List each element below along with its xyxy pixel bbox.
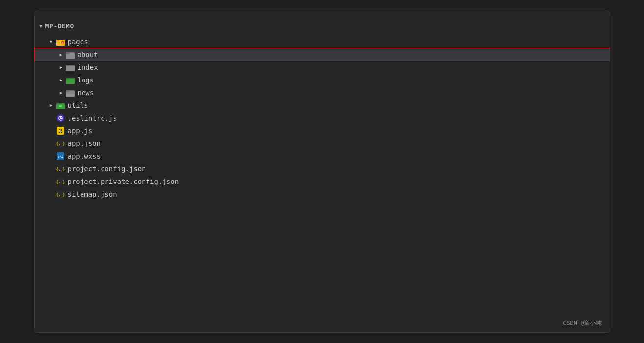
svg-rect-12 xyxy=(66,79,75,84)
project-title-label: MP-DEMO xyxy=(45,22,74,30)
sitemapjson-icon: {..} xyxy=(56,190,65,199)
watermark: CSDN @童小纯 xyxy=(563,319,602,327)
svg-point-24 xyxy=(60,117,62,119)
svg-rect-13 xyxy=(66,78,69,79)
file-tree: ▼ MP-DEMO ⚙ pages xyxy=(35,19,610,201)
svg-text:{..}: {..} xyxy=(56,180,65,184)
svg-rect-20 xyxy=(59,105,62,106)
svg-rect-9 xyxy=(66,66,75,71)
projectprivateconfigjson-icon: {..} xyxy=(56,177,65,186)
appwxss-icon: CSS xyxy=(56,152,65,161)
eslintrc-icon xyxy=(56,114,65,122)
appjson-icon: {..} xyxy=(56,139,65,148)
news-label: news xyxy=(78,89,94,97)
index-arrow xyxy=(57,63,65,71)
tree-item-utils[interactable]: utils xyxy=(35,99,610,112)
tree-item-appjs[interactable]: JS app.js xyxy=(35,124,610,137)
tree-item-eslintrc[interactable]: .eslintrc.js xyxy=(35,112,610,124)
tree-item-projectconfigjson[interactable]: {..} project.config.json xyxy=(35,162,610,175)
tree-item-sitemapjson[interactable]: {..} sitemap.json xyxy=(35,188,610,201)
svg-text:{..}: {..} xyxy=(56,142,65,146)
root-arrow: ▼ xyxy=(40,24,42,29)
project-root[interactable]: ▼ MP-DEMO xyxy=(35,19,610,34)
eslintrc-label: .eslintrc.js xyxy=(68,114,117,122)
index-folder-icon xyxy=(66,63,75,72)
tree-item-projectprivateconfigjson[interactable]: {..} project.private.config.json xyxy=(35,175,610,188)
utils-label: utils xyxy=(68,101,88,109)
pages-label: pages xyxy=(68,38,88,46)
utils-folder-icon xyxy=(56,101,65,110)
appwxss-label: app.wxss xyxy=(68,152,101,160)
tree-item-appjson[interactable]: {..} app.json xyxy=(35,137,610,150)
tree-item-about[interactable]: about xyxy=(35,48,610,61)
sitemapjson-label: sitemap.json xyxy=(68,190,117,198)
news-arrow xyxy=(57,89,65,97)
svg-text:{..}: {..} xyxy=(56,193,65,197)
svg-text:{..}: {..} xyxy=(56,167,65,172)
news-folder-icon xyxy=(66,88,75,97)
tree-item-pages[interactable]: ⚙ pages xyxy=(35,36,610,48)
about-folder-icon xyxy=(66,50,75,59)
index-label: index xyxy=(78,63,98,71)
svg-text:CSS: CSS xyxy=(57,155,63,159)
projectconfigjson-icon: {..} xyxy=(56,164,65,173)
logs-folder-icon xyxy=(66,76,75,84)
about-arrow xyxy=(57,51,65,59)
svg-rect-10 xyxy=(66,65,69,66)
svg-rect-16 xyxy=(66,90,69,92)
svg-text:⚙: ⚙ xyxy=(62,41,63,44)
svg-text:JS: JS xyxy=(58,129,63,134)
pages-arrow xyxy=(47,38,55,46)
logs-label: logs xyxy=(78,76,94,84)
logs-arrow xyxy=(57,76,65,84)
file-explorer-window: ▼ MP-DEMO ⚙ pages xyxy=(34,11,610,333)
svg-rect-2 xyxy=(56,40,60,41)
svg-rect-6 xyxy=(66,53,75,59)
svg-rect-15 xyxy=(66,91,75,97)
appjs-label: app.js xyxy=(68,127,93,135)
svg-rect-7 xyxy=(66,52,69,54)
appjson-label: app.json xyxy=(68,140,101,147)
svg-rect-19 xyxy=(56,103,60,104)
tree-item-index[interactable]: index xyxy=(35,61,610,74)
pages-folder-icon: ⚙ xyxy=(56,38,65,46)
projectprivateconfigjson-label: project.private.config.json xyxy=(68,178,179,185)
svg-rect-21 xyxy=(59,106,62,107)
tree-item-news[interactable]: news xyxy=(35,86,610,99)
appjs-icon: JS xyxy=(56,126,65,135)
utils-arrow xyxy=(47,101,55,109)
tree-item-appwxss[interactable]: CSS app.wxss xyxy=(35,150,610,162)
tree-item-logs[interactable]: logs xyxy=(35,74,610,86)
about-label: about xyxy=(78,51,98,59)
projectconfigjson-label: project.config.json xyxy=(68,165,146,173)
